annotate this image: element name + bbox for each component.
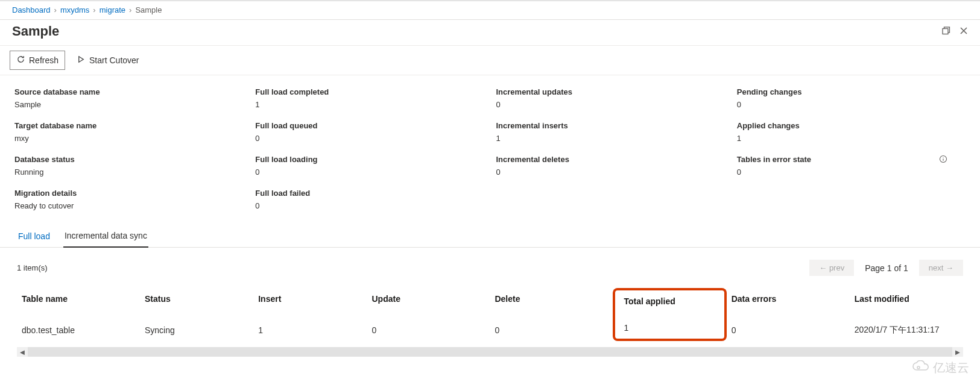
- chevron-right-icon: ›: [93, 5, 95, 14]
- th-total-applied[interactable]: Total applied: [613, 283, 726, 315]
- detail-target-db: Target database namemxy: [14, 121, 243, 143]
- th-status[interactable]: Status: [140, 283, 253, 315]
- crumb-migrate[interactable]: migrate: [100, 5, 125, 14]
- restore-window-icon[interactable]: [941, 26, 951, 37]
- detail-pending-changes: Pending changes0: [737, 87, 966, 109]
- page-title: Sample: [12, 23, 59, 39]
- tabs: Full load Incremental data sync: [0, 218, 980, 248]
- crumb-dashboard[interactable]: Dashboard: [12, 5, 51, 14]
- th-insert[interactable]: Insert: [253, 283, 367, 315]
- chevron-right-icon: ›: [129, 5, 131, 14]
- tab-incremental[interactable]: Incremental data sync: [63, 227, 148, 248]
- crumb-current: Sample: [135, 5, 162, 14]
- chevron-right-icon: ›: [54, 5, 57, 14]
- cell-last-modified: 2020/1/7 下午11:31:17: [850, 315, 963, 346]
- close-icon[interactable]: [959, 27, 968, 37]
- detail-migration: Migration detailsReady to cutover: [14, 189, 243, 210]
- cell-delete: 0: [490, 315, 613, 346]
- detail-fl-failed: Full load failed0: [255, 189, 484, 210]
- svg-point-4: [943, 157, 943, 158]
- scroll-right-icon[interactable]: ►: [952, 347, 963, 357]
- scroll-left-icon[interactable]: ◄: [17, 347, 28, 357]
- detail-fl-queued: Full load queued0: [255, 121, 484, 143]
- cell-status: Syncing: [140, 315, 253, 346]
- detail-fl-loading: Full load loading0: [255, 155, 484, 177]
- tab-full-load[interactable]: Full load: [17, 228, 51, 247]
- detail-applied-changes: Applied changes1: [737, 121, 966, 143]
- cell-insert: 1: [253, 315, 367, 346]
- details-grid: Source database nameSample Target databa…: [0, 75, 980, 218]
- cell-data-errors: 0: [727, 315, 850, 346]
- th-data-errors[interactable]: Data errors: [727, 283, 850, 315]
- page-indicator: Page 1 of 1: [865, 263, 908, 273]
- info-icon[interactable]: [939, 155, 947, 165]
- th-update[interactable]: Update: [367, 283, 490, 315]
- refresh-button[interactable]: Refresh: [10, 51, 65, 70]
- cell-update: 0: [367, 315, 490, 346]
- th-table-name[interactable]: Table name: [17, 283, 140, 315]
- next-button[interactable]: next →: [919, 260, 963, 276]
- breadcrumb: Dashboard › mxydms › migrate › Sample: [0, 2, 980, 20]
- start-cutover-label: Start Cutover: [89, 55, 139, 65]
- horizontal-scrollbar[interactable]: ◄ ►: [17, 347, 963, 357]
- svg-rect-1: [943, 28, 948, 34]
- start-cutover-button[interactable]: Start Cutover: [70, 51, 145, 70]
- detail-inc-inserts: Incremental inserts1: [496, 121, 725, 143]
- cell-total-applied: 1: [613, 315, 726, 346]
- detail-db-status: Database statusRunning: [14, 155, 243, 177]
- item-count: 1 item(s): [17, 263, 48, 272]
- detail-fl-completed: Full load completed1: [255, 87, 484, 109]
- crumb-mxydms[interactable]: mxydms: [60, 5, 89, 14]
- detail-tables-error: Tables in error state 0: [737, 155, 966, 177]
- detail-source-db: Source database nameSample: [14, 87, 243, 109]
- refresh-icon: [16, 55, 25, 66]
- table-row[interactable]: dbo.test_table Syncing 1 0 0 1 0 2020/1/…: [17, 315, 963, 346]
- refresh-label: Refresh: [29, 55, 58, 65]
- detail-inc-deletes: Incremental deletes0: [496, 155, 725, 177]
- th-delete[interactable]: Delete: [490, 283, 613, 315]
- th-last-modified[interactable]: Last modified: [850, 283, 963, 315]
- toolbar: Refresh Start Cutover: [0, 46, 980, 75]
- table-header-row: Table name Status Insert Update Delete T…: [17, 283, 963, 315]
- detail-inc-updates: Incremental updates0: [496, 87, 725, 109]
- play-icon: [77, 55, 86, 66]
- pager: ← prev Page 1 of 1 next →: [809, 260, 963, 276]
- prev-button[interactable]: ← prev: [809, 260, 854, 276]
- data-table: Table name Status Insert Update Delete T…: [17, 283, 963, 346]
- cell-table-name: dbo.test_table: [17, 315, 140, 346]
